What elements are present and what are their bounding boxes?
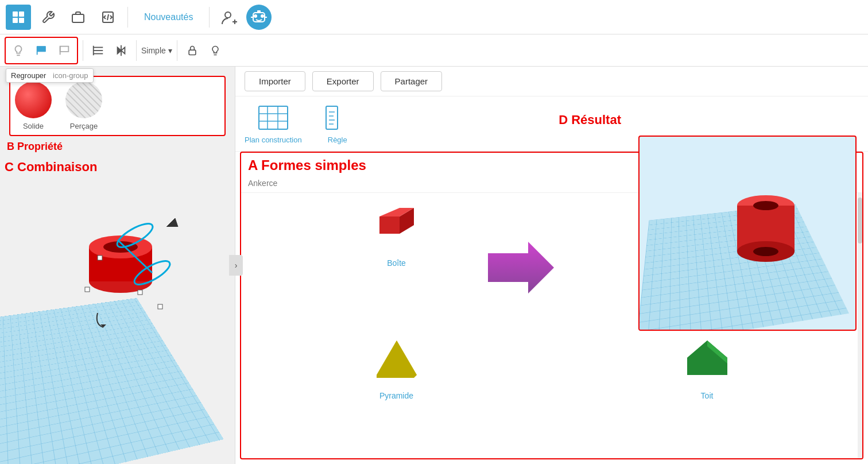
svg-rect-12 [257,10,261,13]
svg-rect-40 [326,106,338,129]
property-solide[interactable]: Solide [15,82,52,130]
main-area: Solide Perçage B Propriété C Combinaison [0,67,868,464]
shape-toit[interactable]: Toit [552,326,862,458]
c-combinaison-label: C Combinaison [5,160,97,175]
tooltip-text: Regrouper [11,71,46,80]
navbar-robot-btn[interactable] [246,5,272,30]
svg-rect-2 [13,18,18,23]
exporter-btn[interactable]: Exporter [312,71,374,91]
svg-rect-3 [19,18,24,23]
property-percage[interactable]: Perçage [65,82,102,130]
collapse-chevron[interactable]: › [229,255,243,276]
toit-label: Toit [701,391,714,400]
scrollbar-thumb[interactable] [858,198,862,243]
toolbar2: Regrouper icon-group Simple ▾ [0,34,868,67]
toolbar2-dropdown[interactable]: Simple ▾ [141,46,172,55]
navbar-wrench-btn[interactable] [36,5,61,30]
svg-rect-35 [259,106,288,129]
3d-object [46,178,218,353]
svg-rect-0 [13,11,18,17]
svg-marker-45 [379,216,400,234]
toolbar2-sep1 [83,40,83,61]
solid-circle [15,82,52,118]
navbar-nouveautes-btn[interactable]: Nouveautés [135,7,202,27]
toolbar2-sep2 [136,40,137,61]
svg-rect-4 [72,14,84,22]
percage-label: Perçage [70,122,98,130]
navbar-briefcase-btn[interactable] [65,5,91,30]
navbar: Nouveautés [0,0,868,34]
regle-icon [320,103,355,132]
navbar-user-add-btn[interactable] [216,5,242,30]
viewport-3d[interactable]: C Combinaison [0,155,235,464]
svg-point-61 [753,247,778,256]
toolbar2-tooltip: Regrouper icon-group [6,68,94,83]
shapes-placeholder: Ankerce [248,179,277,188]
result-3d-object [726,171,817,288]
svg-rect-22 [189,50,196,55]
arrow-container [488,239,557,299]
pyramide-label: Pyramide [379,391,413,400]
toolbar2-sep3 [177,40,177,61]
shape-pyramide[interactable]: Pyramide [241,326,552,458]
b-propriete-label: B Propriété [7,141,230,153]
svg-rect-32 [85,287,90,292]
svg-marker-52 [377,341,417,378]
toolbar2-mirror-btn[interactable] [111,40,131,61]
navbar-divider [127,7,128,28]
left-panel: Solide Perçage B Propriété C Combinaison [0,67,235,464]
svg-point-6 [225,12,231,18]
d-resultat-label: D Résultat [559,113,621,127]
navbar-grid-btn[interactable] [6,5,31,30]
importer-btn[interactable]: Importer [245,71,305,91]
toolbar2-align-btn[interactable] [88,40,108,61]
percage-circle [65,82,102,118]
navbar-code-btn[interactable] [95,5,121,30]
toolbar2-flag-outline-btn[interactable] [54,40,75,61]
svg-rect-30 [98,256,102,260]
regle-label: Règle [328,136,347,144]
toolbar2-icon-group: Regrouper icon-group [5,37,78,64]
toolbar2-flag-solid-btn[interactable] [31,40,52,61]
toolbar2-dropdown-label: Simple ▾ [141,46,172,55]
plan-construction-item[interactable]: Plan construction [245,103,302,144]
svg-rect-31 [138,290,142,295]
action-bar: Importer Exporter Partager [235,67,868,96]
svg-rect-33 [158,304,162,309]
plan-construction-label: Plan construction [245,136,302,144]
svg-point-60 [753,201,778,210]
navbar-divider2 [209,7,210,28]
svg-marker-56 [488,242,554,293]
toolbar2-bulb-btn[interactable] [205,40,226,61]
boite-label: Boîte [387,258,406,268]
toolbar2-lightbulb-btn[interactable] [8,40,29,61]
tooltip-detail: icon-group [53,71,88,80]
svg-point-10 [261,14,264,18]
svg-rect-1 [19,11,24,17]
regle-item[interactable]: Règle [320,103,355,144]
toolbar2-lock-btn[interactable] [182,40,203,61]
solide-label: Solide [23,122,44,130]
svg-point-9 [254,14,257,18]
arrow-svg [488,239,557,296]
scrollbar-track[interactable] [858,193,862,458]
partager-btn[interactable]: Partager [381,71,443,91]
result-panel [638,136,857,331]
plan-construction-icon [256,103,290,132]
property-section: Solide Perçage [9,76,226,136]
